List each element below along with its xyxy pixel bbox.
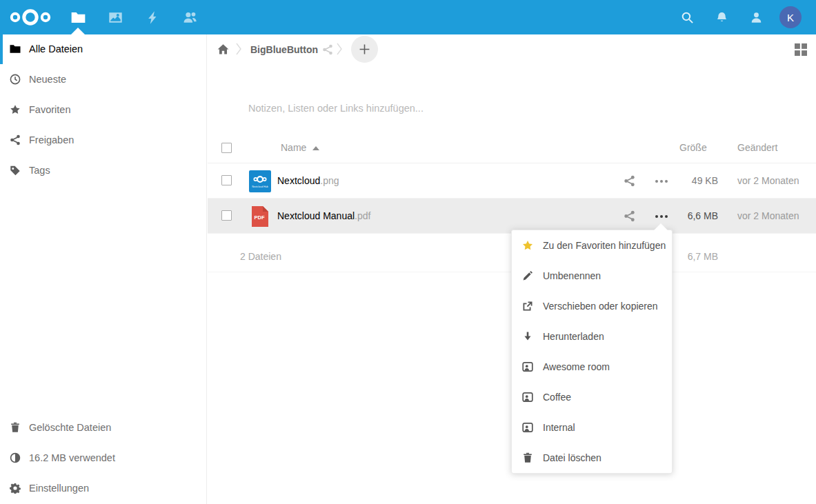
- table-row[interactable]: PDF Nextcloud Manual.pdf 6,6 MB vor 2 Mo…: [208, 199, 816, 234]
- clock-icon: [10, 74, 21, 85]
- menu-item-rename[interactable]: Umbenennen: [512, 261, 672, 291]
- sidebar-item-label: Neueste: [29, 74, 66, 85]
- breadcrumb-chevron-icon: [336, 42, 343, 56]
- row-checkbox[interactable]: [221, 175, 232, 185]
- trash-icon: [522, 452, 533, 463]
- contacts-menu-icon[interactable]: [748, 9, 764, 26]
- sidebar-item-tags[interactable]: Tags: [0, 155, 206, 185]
- sidebar-item-label: Freigaben: [29, 134, 74, 145]
- sidebar-item-all-files[interactable]: Alle Dateien: [0, 34, 206, 64]
- sidebar-item-label: Favoriten: [29, 104, 70, 115]
- sidebar-item-settings[interactable]: Einstellungen: [0, 473, 206, 503]
- trash-icon: [10, 422, 21, 433]
- photos-app-icon[interactable]: [106, 8, 124, 26]
- menu-item-delete-file[interactable]: Datei löschen: [512, 443, 672, 473]
- sidebar-item-label: Einstellungen: [29, 483, 89, 494]
- file-actions-menu: Zu den Favoriten hinzufügen Umbenennen V…: [511, 230, 673, 474]
- room-icon: [522, 361, 533, 372]
- nextcloud-files-app: K Alle Dateien Neueste Favoriten: [0, 0, 816, 504]
- pdf-badge: PDF: [255, 214, 265, 221]
- breadcrumb-chevron-icon: [235, 42, 242, 56]
- room-icon: [522, 392, 533, 403]
- active-app-indicator: [71, 28, 85, 34]
- file-name[interactable]: Nextcloud.png: [277, 175, 339, 186]
- table-header: Name Größe Geändert: [208, 133, 816, 163]
- image-file-thumbnail[interactable]: Nextcloud Hub: [249, 170, 271, 192]
- contacts-app-icon[interactable]: [181, 8, 199, 26]
- pdf-file-thumbnail[interactable]: PDF: [249, 205, 271, 228]
- activity-app-icon[interactable]: [143, 8, 161, 26]
- breadcrumb-share-icon[interactable]: [322, 44, 333, 55]
- file-name[interactable]: Nextcloud Manual.pdf: [277, 210, 370, 221]
- column-header-modified[interactable]: Geändert: [737, 142, 777, 153]
- sidebar-item-quota[interactable]: 16.2 MB verwendet: [0, 443, 206, 473]
- sidebar-item-label: Tags: [29, 165, 50, 176]
- files-app-icon[interactable]: [69, 8, 87, 26]
- file-size: 49 KB: [649, 175, 718, 186]
- plus-icon: [359, 43, 370, 55]
- row-share-icon[interactable]: [624, 175, 635, 187]
- column-header-size[interactable]: Größe: [679, 142, 707, 153]
- sidebar: Alle Dateien Neueste Favoriten: [0, 34, 207, 504]
- sidebar-item-deleted-files[interactable]: Gelöschte Dateien: [0, 412, 206, 443]
- sidebar-item-label: Alle Dateien: [29, 43, 83, 54]
- tag-icon: [10, 165, 21, 176]
- notifications-bell-icon[interactable]: [713, 9, 730, 26]
- room-icon: [522, 422, 533, 433]
- new-file-button[interactable]: [351, 36, 378, 63]
- pencil-icon: [522, 270, 533, 281]
- row-share-icon[interactable]: [624, 210, 635, 222]
- menu-item-download[interactable]: Herunterladen: [512, 321, 672, 352]
- star-icon: [10, 104, 21, 115]
- menu-item-room-coffee[interactable]: Coffee: [512, 382, 672, 412]
- top-bar: K: [0, 0, 816, 34]
- breadcrumb: BigBlueButton: [208, 34, 816, 100]
- file-size: 6,6 MB: [649, 210, 718, 221]
- notes-input[interactable]: Notizen, Listen oder Links hinzufügen...: [248, 94, 717, 122]
- gear-icon: [10, 483, 21, 494]
- table-row[interactable]: Nextcloud Hub Nextcloud.png 49 KB vor 2 …: [208, 163, 816, 199]
- file-modified: vor 2 Monaten: [737, 175, 799, 186]
- grid-view-toggle-icon[interactable]: [795, 43, 807, 56]
- sidebar-item-favorites[interactable]: Favoriten: [0, 94, 206, 125]
- menu-item-room-internal[interactable]: Internal: [512, 412, 672, 443]
- column-header-name[interactable]: Name: [281, 142, 306, 153]
- share-icon: [10, 134, 21, 145]
- home-icon[interactable]: [217, 43, 229, 55]
- quota-pie-icon: [10, 452, 21, 463]
- sidebar-item-label: 16.2 MB verwendet: [29, 452, 115, 463]
- search-icon[interactable]: [679, 9, 695, 26]
- sidebar-item-shares[interactable]: Freigaben: [0, 125, 206, 155]
- folder-icon: [10, 43, 21, 54]
- move-icon: [522, 301, 533, 312]
- menu-item-add-to-favorites[interactable]: Zu den Favoriten hinzufügen: [512, 230, 672, 261]
- menu-item-move-or-copy[interactable]: Verschieben oder kopieren: [512, 291, 672, 321]
- nextcloud-logo[interactable]: [10, 6, 51, 29]
- thumb-caption: Nextcloud Hub: [252, 185, 268, 188]
- sidebar-item-label: Gelöschte Dateien: [29, 422, 111, 433]
- file-count: 2 Dateien: [240, 251, 281, 262]
- select-all-checkbox[interactable]: [221, 143, 232, 153]
- avatar[interactable]: K: [779, 6, 802, 28]
- row-checkbox[interactable]: [221, 210, 232, 221]
- active-item-indicator: [0, 34, 3, 64]
- download-icon: [522, 331, 533, 342]
- breadcrumb-folder[interactable]: BigBlueButton: [250, 44, 318, 55]
- sidebar-item-recent[interactable]: Neueste: [0, 64, 206, 94]
- file-modified: vor 2 Monaten: [737, 210, 799, 221]
- sort-ascending-icon: [312, 146, 319, 150]
- menu-item-room-awesome[interactable]: Awesome room: [512, 352, 672, 382]
- star-icon: [522, 240, 533, 251]
